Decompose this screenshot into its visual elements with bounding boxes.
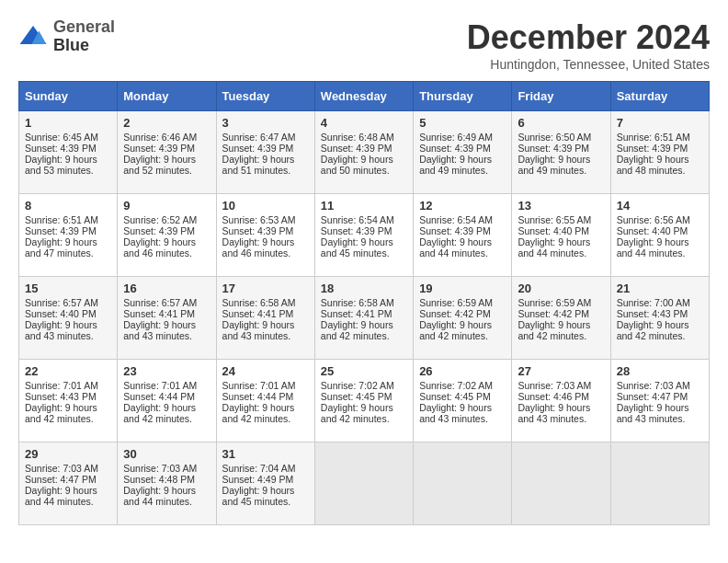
sunset-text: Sunset: 4:43 PM <box>617 308 688 319</box>
calendar-cell: 24Sunrise: 7:01 AMSunset: 4:44 PMDayligh… <box>216 360 314 442</box>
calendar-cell: 11Sunrise: 6:54 AMSunset: 4:39 PMDayligh… <box>314 194 413 277</box>
day-number: 13 <box>518 199 604 213</box>
page-header: General Blue December 2024 Huntingdon, T… <box>18 18 710 72</box>
sunset-text: Sunset: 4:39 PM <box>123 225 195 236</box>
calendar-subtitle: Huntingdon, Tennessee, United States <box>467 57 710 72</box>
logo-text: General Blue <box>53 18 115 55</box>
weekday-header-friday: Friday <box>512 82 610 111</box>
day-number: 12 <box>419 199 506 213</box>
day-number: 2 <box>123 116 210 130</box>
sunrise-text: Sunrise: 6:50 AM <box>518 132 591 143</box>
daylight-text: Daylight: 9 hours and 43 minutes. <box>617 402 689 424</box>
sunset-text: Sunset: 4:46 PM <box>518 391 589 402</box>
calendar-table: SundayMondayTuesdayWednesdayThursdayFrid… <box>18 81 710 525</box>
daylight-text: Daylight: 9 hours and 44 minutes. <box>518 236 590 259</box>
calendar-week-2: 8Sunrise: 6:51 AMSunset: 4:39 PMDaylight… <box>19 194 710 277</box>
sunset-text: Sunset: 4:40 PM <box>617 225 688 236</box>
day-number: 14 <box>617 199 703 213</box>
sunrise-text: Sunrise: 6:58 AM <box>321 297 394 308</box>
sunrise-text: Sunrise: 7:02 AM <box>321 380 394 391</box>
daylight-text: Daylight: 9 hours and 43 minutes. <box>518 402 590 424</box>
calendar-cell: 20Sunrise: 6:59 AMSunset: 4:42 PMDayligh… <box>512 277 610 360</box>
sunrise-text: Sunrise: 7:01 AM <box>25 380 98 391</box>
daylight-text: Daylight: 9 hours and 44 minutes. <box>617 236 689 259</box>
calendar-cell: 17Sunrise: 6:58 AMSunset: 4:41 PMDayligh… <box>216 277 314 360</box>
daylight-text: Daylight: 9 hours and 51 minutes. <box>222 154 295 176</box>
daylight-text: Daylight: 9 hours and 45 minutes. <box>321 236 393 259</box>
calendar-cell: 21Sunrise: 7:00 AMSunset: 4:43 PMDayligh… <box>610 277 709 360</box>
calendar-cell: 1Sunrise: 6:45 AMSunset: 4:39 PMDaylight… <box>19 111 118 194</box>
sunrise-text: Sunrise: 7:02 AM <box>419 380 493 391</box>
calendar-cell: 31Sunrise: 7:04 AMSunset: 4:49 PMDayligh… <box>216 442 314 525</box>
day-number: 17 <box>222 282 309 295</box>
calendar-cell: 2Sunrise: 6:46 AMSunset: 4:39 PMDaylight… <box>118 111 216 194</box>
calendar-cell: 14Sunrise: 6:56 AMSunset: 4:40 PMDayligh… <box>610 194 709 277</box>
sunset-text: Sunset: 4:39 PM <box>518 143 589 154</box>
sunset-text: Sunset: 4:40 PM <box>25 308 97 319</box>
daylight-text: Daylight: 9 hours and 50 minutes. <box>321 154 393 176</box>
sunrise-text: Sunrise: 6:54 AM <box>419 214 493 225</box>
weekday-header-row: SundayMondayTuesdayWednesdayThursdayFrid… <box>19 82 710 111</box>
calendar-week-3: 15Sunrise: 6:57 AMSunset: 4:40 PMDayligh… <box>19 277 710 360</box>
calendar-cell: 30Sunrise: 7:03 AMSunset: 4:48 PMDayligh… <box>118 442 216 525</box>
daylight-text: Daylight: 9 hours and 42 minutes. <box>419 319 492 341</box>
daylight-text: Daylight: 9 hours and 42 minutes. <box>321 402 393 424</box>
day-number: 29 <box>25 447 111 461</box>
daylight-text: Daylight: 9 hours and 45 minutes. <box>222 485 295 507</box>
day-number: 22 <box>25 364 111 378</box>
sunrise-text: Sunrise: 6:56 AM <box>617 214 690 225</box>
weekday-header-saturday: Saturday <box>610 82 709 111</box>
sunrise-text: Sunrise: 6:51 AM <box>25 214 98 225</box>
sunset-text: Sunset: 4:42 PM <box>419 308 491 319</box>
sunset-text: Sunset: 4:39 PM <box>222 225 294 236</box>
calendar-cell <box>610 442 709 525</box>
day-number: 28 <box>617 364 703 378</box>
day-number: 7 <box>617 116 703 130</box>
calendar-cell: 27Sunrise: 7:03 AMSunset: 4:46 PMDayligh… <box>512 360 610 442</box>
calendar-cell: 23Sunrise: 7:01 AMSunset: 4:44 PMDayligh… <box>118 360 216 442</box>
sunset-text: Sunset: 4:40 PM <box>518 225 589 236</box>
calendar-cell: 25Sunrise: 7:02 AMSunset: 4:45 PMDayligh… <box>314 360 413 442</box>
calendar-cell: 10Sunrise: 6:53 AMSunset: 4:39 PMDayligh… <box>216 194 314 277</box>
sunrise-text: Sunrise: 6:57 AM <box>25 297 98 308</box>
sunrise-text: Sunrise: 7:03 AM <box>123 463 197 474</box>
sunset-text: Sunset: 4:49 PM <box>222 474 294 485</box>
sunrise-text: Sunrise: 7:03 AM <box>25 463 98 474</box>
sunrise-text: Sunrise: 6:59 AM <box>419 297 493 308</box>
daylight-text: Daylight: 9 hours and 42 minutes. <box>321 319 393 341</box>
calendar-week-5: 29Sunrise: 7:03 AMSunset: 4:47 PMDayligh… <box>19 442 710 525</box>
sunrise-text: Sunrise: 6:58 AM <box>222 297 296 308</box>
daylight-text: Daylight: 9 hours and 43 minutes. <box>25 319 97 341</box>
sunset-text: Sunset: 4:48 PM <box>123 474 195 485</box>
calendar-title: December 2024 <box>467 18 710 57</box>
sunset-text: Sunset: 4:39 PM <box>321 143 392 154</box>
sunrise-text: Sunrise: 7:01 AM <box>123 380 197 391</box>
day-number: 27 <box>518 364 604 378</box>
day-number: 10 <box>222 199 309 213</box>
weekday-header-tuesday: Tuesday <box>216 82 314 111</box>
title-area: December 2024 Huntingdon, Tennessee, Uni… <box>467 18 710 72</box>
sunrise-text: Sunrise: 6:57 AM <box>123 297 197 308</box>
sunset-text: Sunset: 4:39 PM <box>25 143 97 154</box>
daylight-text: Daylight: 9 hours and 42 minutes. <box>123 402 196 424</box>
calendar-cell: 22Sunrise: 7:01 AMSunset: 4:43 PMDayligh… <box>19 360 118 442</box>
calendar-cell: 5Sunrise: 6:49 AMSunset: 4:39 PMDaylight… <box>414 111 512 194</box>
calendar-week-1: 1Sunrise: 6:45 AMSunset: 4:39 PMDaylight… <box>19 111 710 194</box>
daylight-text: Daylight: 9 hours and 42 minutes. <box>222 402 295 424</box>
day-number: 16 <box>123 282 210 295</box>
day-number: 11 <box>321 199 407 213</box>
day-number: 3 <box>222 116 309 130</box>
sunrise-text: Sunrise: 6:49 AM <box>419 132 493 143</box>
weekday-header-sunday: Sunday <box>19 82 118 111</box>
sunrise-text: Sunrise: 6:55 AM <box>518 214 591 225</box>
daylight-text: Daylight: 9 hours and 44 minutes. <box>419 236 492 259</box>
day-number: 23 <box>123 364 210 378</box>
sunrise-text: Sunrise: 6:53 AM <box>222 214 296 225</box>
calendar-cell: 12Sunrise: 6:54 AMSunset: 4:39 PMDayligh… <box>414 194 512 277</box>
sunset-text: Sunset: 4:41 PM <box>321 308 392 319</box>
calendar-cell: 7Sunrise: 6:51 AMSunset: 4:39 PMDaylight… <box>610 111 709 194</box>
daylight-text: Daylight: 9 hours and 46 minutes. <box>222 236 295 259</box>
sunset-text: Sunset: 4:41 PM <box>123 308 195 319</box>
calendar-cell: 6Sunrise: 6:50 AMSunset: 4:39 PMDaylight… <box>512 111 610 194</box>
daylight-text: Daylight: 9 hours and 52 minutes. <box>123 154 196 176</box>
